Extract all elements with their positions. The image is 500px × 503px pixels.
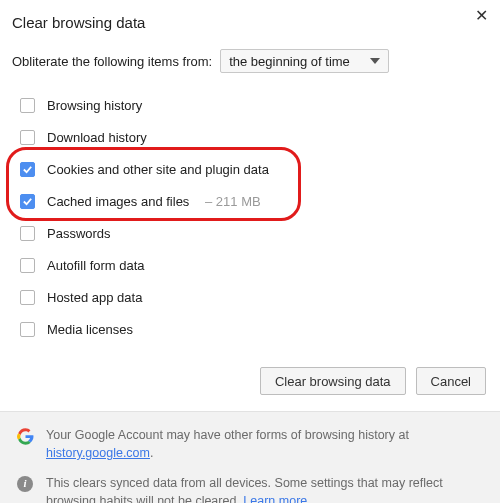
option-size: – 211 MB bbox=[201, 194, 260, 209]
option-label: Media licenses bbox=[47, 322, 133, 337]
checkbox[interactable] bbox=[20, 290, 35, 305]
info-icon: i bbox=[16, 475, 34, 493]
option-hosted-app[interactable]: Hosted app data bbox=[20, 281, 488, 313]
checkbox[interactable] bbox=[20, 130, 35, 145]
checkbox[interactable] bbox=[20, 322, 35, 337]
clear-browsing-data-button[interactable]: Clear browsing data bbox=[260, 367, 406, 395]
option-browsing-history[interactable]: Browsing history bbox=[20, 89, 488, 121]
dialog-buttons: Clear browsing data Cancel bbox=[0, 345, 500, 411]
dialog-title: Clear browsing data bbox=[0, 0, 500, 35]
learn-more-link[interactable]: Learn more bbox=[243, 494, 307, 503]
option-label: Cookies and other site and plugin data bbox=[47, 162, 269, 177]
time-range-value: the beginning of time bbox=[229, 54, 350, 69]
google-icon bbox=[16, 427, 34, 445]
dialog-footer: Your Google Account may have other forms… bbox=[0, 411, 500, 503]
time-range-row: Obliterate the following items from: the… bbox=[0, 35, 500, 89]
option-label: Download history bbox=[47, 130, 147, 145]
checkbox[interactable] bbox=[20, 98, 35, 113]
clear-browsing-data-dialog: ✕ Clear browsing data Obliterate the fol… bbox=[0, 0, 500, 503]
checkbox[interactable] bbox=[20, 162, 35, 177]
option-label: Cached images and files bbox=[47, 194, 189, 209]
footer-account-text: Your Google Account may have other forms… bbox=[46, 426, 484, 462]
option-passwords[interactable]: Passwords bbox=[20, 217, 488, 249]
history-google-link[interactable]: history.google.com bbox=[46, 446, 150, 460]
checkbox[interactable] bbox=[20, 226, 35, 241]
option-label: Browsing history bbox=[47, 98, 142, 113]
option-autofill[interactable]: Autofill form data bbox=[20, 249, 488, 281]
option-label: Passwords bbox=[47, 226, 111, 241]
footer-account-row: Your Google Account may have other forms… bbox=[16, 426, 484, 462]
footer-sync-text: This clears synced data from all devices… bbox=[46, 474, 484, 503]
option-media-licenses[interactable]: Media licenses bbox=[20, 313, 488, 345]
checkbox[interactable] bbox=[20, 194, 35, 209]
option-download-history[interactable]: Download history bbox=[20, 121, 488, 153]
checkbox[interactable] bbox=[20, 258, 35, 273]
time-range-label: Obliterate the following items from: bbox=[12, 54, 212, 69]
option-label: Hosted app data bbox=[47, 290, 142, 305]
option-cookies[interactable]: Cookies and other site and plugin data bbox=[20, 153, 488, 185]
time-range-select[interactable]: the beginning of time bbox=[220, 49, 389, 73]
option-cached[interactable]: Cached images and files – 211 MB bbox=[20, 185, 488, 217]
cancel-button[interactable]: Cancel bbox=[416, 367, 486, 395]
chevron-down-icon bbox=[370, 58, 380, 64]
close-icon[interactable]: ✕ bbox=[475, 6, 488, 25]
option-label: Autofill form data bbox=[47, 258, 145, 273]
footer-sync-row: i This clears synced data from all devic… bbox=[16, 474, 484, 503]
options-list: Browsing history Download history Cookie… bbox=[0, 89, 500, 345]
